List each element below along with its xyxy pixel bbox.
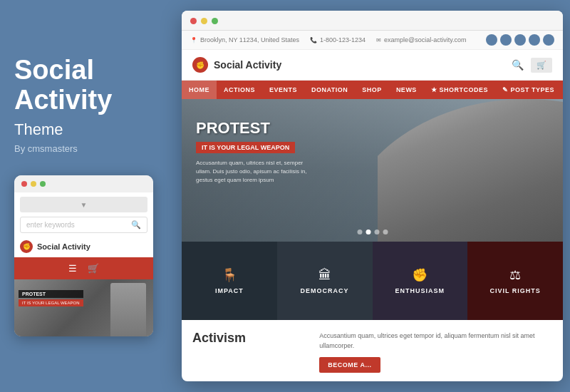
social-icon-3[interactable]: [514, 34, 526, 46]
site-header-right: 🔍 🛒: [512, 58, 552, 73]
hero-tagline: IT IS YOUR LEGAL WEAPON: [196, 142, 295, 153]
nav-item-post-types[interactable]: ✎ POST TYPES: [495, 81, 561, 99]
nav-item-events[interactable]: EVENTS: [262, 81, 304, 99]
mobile-dot-red: [21, 181, 27, 187]
location-icon: 📍: [190, 37, 197, 43]
nav-item-donation[interactable]: DONATION: [304, 81, 355, 99]
mobile-nav-select[interactable]: ▼: [20, 197, 147, 212]
bottom-right: Accusantium quam, ultrices eget tempor i…: [319, 331, 552, 357]
mobile-brand: ✊ Social Activity: [14, 236, 153, 257]
theme-by: By cmsmasters: [14, 143, 160, 154]
site-brand-icon: ✊: [192, 57, 208, 73]
hero-dot-4[interactable]: [383, 229, 388, 234]
mobile-top-bar: [14, 175, 153, 192]
site-nav: HOME ACTIONS EVENTS DONATION SHOP NEWS ★…: [182, 81, 563, 99]
mobile-dot-yellow: [31, 181, 36, 187]
topbar-location: 📍 Brooklyn, NY 11234, United States: [190, 36, 299, 43]
mobile-dot-green: [40, 181, 46, 187]
hero-dot-2[interactable]: [366, 229, 370, 234]
hero-dot-1[interactable]: [357, 229, 362, 234]
mobile-brand-name: Social Activity: [37, 242, 90, 251]
cart-icon[interactable]: 🛒: [88, 263, 99, 274]
hero-dots: [357, 229, 388, 234]
mobile-search-icon[interactable]: 🔍: [131, 220, 141, 229]
mobile-mockup: ▼ enter keywords 🔍 ✊ Social Activity ☰ 🛒…: [14, 175, 153, 336]
topbar-location-text: Brooklyn, NY 11234, United States: [200, 36, 299, 43]
mobile-hero-person: [110, 283, 146, 336]
left-panel: Social Activity Theme By cmsmasters ▼ en…: [0, 0, 175, 392]
topbar-social: [486, 34, 554, 46]
theme-subtitle: Theme: [14, 120, 160, 139]
menu-icon[interactable]: ☰: [68, 263, 77, 274]
title-line1: Social: [14, 55, 94, 85]
mobile-hero: PROTEST IT IS YOUR LEGAL WEAPON: [14, 279, 153, 336]
email-icon: ✉: [376, 37, 381, 43]
become-button[interactable]: BECOME A...: [319, 357, 380, 373]
topbar-left: 📍 Brooklyn, NY 11234, United States 📞 1-…: [190, 36, 467, 43]
site-brand-name: Social Activity: [214, 59, 281, 71]
social-icon-1[interactable]: [486, 34, 497, 46]
browser-mockup: 📍 Brooklyn, NY 11234, United States 📞 1-…: [182, 11, 563, 381]
browser-dot-red: [190, 18, 197, 24]
card-civil-rights-icon: ⚖: [509, 267, 521, 283]
bottom-section: Activism Accusantium quam, ultrices eget…: [182, 320, 563, 368]
topbar-email: ✉ example@social-activity.com: [376, 36, 467, 43]
mobile-search-bar[interactable]: enter keywords 🔍: [20, 217, 147, 233]
site-topbar: 📍 Brooklyn, NY 11234, United States 📞 1-…: [182, 31, 563, 50]
social-icon-4[interactable]: [529, 34, 540, 46]
card-impact-icon: 🪑: [222, 267, 237, 283]
hero-text-box: PROTEST IT IS YOUR LEGAL WEAPON Accusant…: [196, 120, 310, 185]
cards-row: 🪑 IMPACT 🏛 DEMOCRACY ✊ ENTHUSIASM ⚖ CIVI…: [182, 242, 563, 320]
nav-item-shortcodes[interactable]: ★ SHORTCODES: [424, 81, 495, 99]
card-democracy[interactable]: 🏛 DEMOCRACY: [277, 242, 373, 320]
card-civil-rights[interactable]: ⚖ CIVIL RIGHTS: [467, 242, 563, 320]
bottom-right-text: Accusantium quam, ultrices eget tempor i…: [319, 331, 552, 351]
card-enthusiasm-label: ENTHUSIASM: [395, 287, 445, 294]
card-impact[interactable]: 🪑 IMPACT: [182, 242, 277, 320]
site-search-icon[interactable]: 🔍: [512, 59, 524, 71]
site-header: ✊ Social Activity 🔍 🛒: [182, 50, 563, 81]
social-icon-5[interactable]: [543, 34, 554, 46]
hero-protest-title: PROTEST: [196, 120, 310, 136]
nav-item-home[interactable]: HOME: [182, 81, 217, 99]
browser-chrome: [182, 11, 563, 31]
card-enthusiasm-icon: ✊: [412, 267, 428, 283]
mobile-search-placeholder: enter keywords: [26, 221, 131, 229]
mobile-protest-badge: PROTEST IT IS YOUR LEGAL WEAPON: [19, 290, 83, 306]
social-icon-2[interactable]: [500, 34, 512, 46]
theme-title: Social Activity: [14, 56, 160, 115]
hero-body-text: Accusantum quam, ultrices nisl et, sempe…: [196, 159, 310, 185]
bottom-section-title: Activism: [192, 331, 309, 346]
mobile-protest-sub: IT IS YOUR LEGAL WEAPON: [19, 299, 83, 306]
mobile-chevron-icon: ▼: [81, 201, 88, 209]
browser-content: 📍 Brooklyn, NY 11234, United States 📞 1-…: [182, 31, 563, 376]
mobile-brand-icon: ✊: [20, 240, 33, 253]
mobile-protest-label: PROTEST: [19, 290, 83, 298]
site-cart-icon[interactable]: 🛒: [531, 58, 552, 73]
card-enthusiasm[interactable]: ✊ ENTHUSIASM: [373, 242, 468, 320]
site-hero: PROTEST IT IS YOUR LEGAL WEAPON Accusant…: [182, 99, 563, 242]
browser-dot-yellow: [201, 18, 207, 24]
topbar-phone-text: 1-800-123-1234: [320, 36, 366, 43]
nav-item-shop[interactable]: SHOP: [355, 81, 389, 99]
nav-item-actions[interactable]: ACTIONS: [217, 81, 262, 99]
nav-item-news[interactable]: NEWS: [389, 81, 424, 99]
site-brand: ✊ Social Activity: [192, 57, 281, 73]
bottom-left: Activism: [192, 331, 309, 357]
hero-dot-3[interactable]: [374, 229, 379, 234]
topbar-email-text: example@social-activity.com: [384, 36, 467, 43]
card-civil-rights-label: CIVIL RIGHTS: [489, 287, 540, 294]
mobile-actions-bar: ☰ 🛒: [14, 257, 153, 279]
browser-dot-green: [212, 18, 218, 24]
card-impact-label: IMPACT: [215, 287, 244, 294]
title-line2: Activity: [14, 85, 112, 115]
card-democracy-label: DEMOCRACY: [301, 287, 349, 294]
topbar-phone: 📞 1-800-123-1234: [310, 36, 366, 43]
card-democracy-icon: 🏛: [318, 268, 331, 283]
phone-icon: 📞: [310, 37, 317, 43]
